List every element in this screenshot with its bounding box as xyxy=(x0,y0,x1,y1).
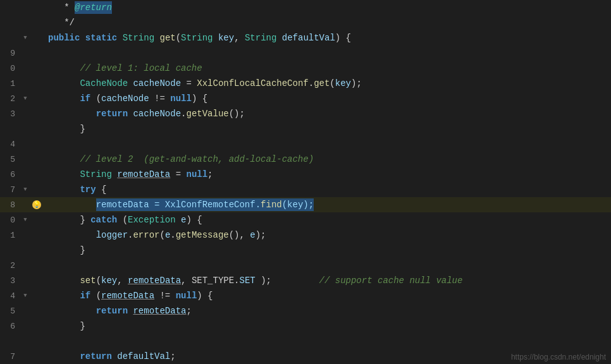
line-number: 5 xyxy=(0,303,20,318)
warning-gutter xyxy=(30,76,43,91)
code-line: 5 // level 2 (get-and-watch, add-local-c… xyxy=(0,152,611,167)
fold-gutter xyxy=(20,334,30,349)
fold-gutter xyxy=(20,15,30,30)
code-line: ▼ public static String get(String key, S… xyxy=(0,30,611,46)
code-line: 6 } xyxy=(0,318,611,334)
selected-method: find xyxy=(261,198,282,211)
warning-gutter xyxy=(30,212,43,228)
line-content: remoteData = XxlConfRemoteConf.find(key)… xyxy=(43,197,611,212)
fold-gutter[interactable]: ▼ xyxy=(20,30,30,46)
warning-gutter xyxy=(30,318,43,334)
fold-gutter xyxy=(20,228,30,243)
line-number: 8 xyxy=(0,197,20,212)
fold-gutter[interactable]: ▼ xyxy=(20,91,30,106)
warning-gutter xyxy=(30,152,43,167)
warning-gutter xyxy=(30,106,43,121)
line-content: * @return xyxy=(43,0,611,15)
fold-gutter xyxy=(20,258,30,273)
code-editor: * @return */ ▼ public static String get(… xyxy=(0,0,611,364)
line-number: 1 xyxy=(0,76,20,91)
warning-gutter xyxy=(30,303,43,318)
warning-gutter xyxy=(30,273,43,288)
fold-gutter xyxy=(20,61,30,76)
fold-gutter xyxy=(20,76,30,91)
code-line: 0 // level 1: local cache xyxy=(0,61,611,76)
line-number: 3 xyxy=(0,106,20,121)
line-number: 3 xyxy=(0,273,20,288)
line-number xyxy=(0,15,20,30)
line-content: String remoteData = null; xyxy=(43,167,611,182)
warning-icon: 💡 xyxy=(32,200,41,209)
fold-gutter[interactable]: ▼ xyxy=(20,288,30,303)
code-line: 5 return remoteData; xyxy=(0,303,611,318)
code-line: * @return xyxy=(0,0,611,15)
code-line: 0 ▼ } catch (Exception e) { xyxy=(0,212,611,228)
fold-gutter xyxy=(20,349,30,364)
warning-gutter xyxy=(30,167,43,182)
warning-gutter xyxy=(30,46,43,61)
code-line: 2 ▼ if (cacheNode != null) { xyxy=(0,91,611,106)
line-number: 7 xyxy=(0,182,20,197)
fold-gutter xyxy=(20,243,30,258)
warning-gutter xyxy=(30,288,43,303)
warning-gutter xyxy=(30,0,43,15)
warning-gutter xyxy=(30,243,43,258)
fold-gutter xyxy=(20,303,30,318)
line-number: 0 xyxy=(0,61,20,76)
line-content: } xyxy=(43,121,611,136)
line-number: 1 xyxy=(0,228,20,243)
watermark: https://blog.csdn.net/ednight xyxy=(511,353,606,361)
line-content: logger.error(e.getMessage(), e); xyxy=(43,228,611,243)
warning-gutter xyxy=(30,136,43,152)
fold-gutter xyxy=(20,167,30,182)
line-number: 2 xyxy=(0,258,20,273)
warning-gutter xyxy=(30,228,43,243)
code-line: 9 xyxy=(0,46,611,61)
line-content xyxy=(43,136,611,152)
line-content: if (cacheNode != null) { xyxy=(43,91,611,106)
warning-gutter xyxy=(30,258,43,273)
warning-gutter xyxy=(30,182,43,197)
line-content: } xyxy=(43,243,611,258)
fold-gutter[interactable]: ▼ xyxy=(20,182,30,197)
line-number xyxy=(0,30,20,46)
line-content: } catch (Exception e) { xyxy=(43,212,611,228)
selected-code: remoteData = XxlConfRemoteConf. xyxy=(96,198,261,211)
line-number xyxy=(0,0,20,15)
code-line: 1 CacheNode cacheNode = XxlConfLocalCach… xyxy=(0,76,611,91)
line-content xyxy=(43,334,611,349)
fold-gutter xyxy=(20,318,30,334)
fold-gutter xyxy=(20,0,30,15)
fold-gutter xyxy=(20,197,30,212)
code-line: 2 xyxy=(0,258,611,273)
annotation: @return xyxy=(75,1,112,14)
fold-gutter xyxy=(20,273,30,288)
line-content: CacheNode cacheNode = XxlConfLocalCacheC… xyxy=(43,76,611,91)
line-content: return cacheNode.getValue(); xyxy=(43,106,611,121)
line-number: 0 xyxy=(0,212,20,228)
code-line: 4 xyxy=(0,136,611,152)
warning-gutter xyxy=(30,61,43,76)
fold-gutter xyxy=(20,152,30,167)
code-line: 4 ▼ if (remoteData != null) { xyxy=(0,288,611,303)
line-content xyxy=(43,258,611,273)
code-line: 1 logger.error(e.getMessage(), e); xyxy=(0,228,611,243)
code-line: } xyxy=(0,243,611,258)
fold-gutter[interactable]: ▼ xyxy=(20,212,30,228)
line-content: return remoteData; xyxy=(43,303,611,318)
warning-gutter xyxy=(30,15,43,30)
code-line: 3 return cacheNode.getValue(); xyxy=(0,106,611,121)
code-area: * @return */ ▼ public static String get(… xyxy=(0,0,611,364)
warning-gutter xyxy=(30,121,43,136)
warning-gutter xyxy=(30,334,43,349)
warning-gutter xyxy=(30,30,43,46)
line-content xyxy=(43,46,611,61)
code-line: 6 String remoteData = null; xyxy=(0,167,611,182)
line-number: 5 xyxy=(0,152,20,167)
line-number: 6 xyxy=(0,167,20,182)
line-number: 4 xyxy=(0,288,20,303)
line-number xyxy=(0,121,20,136)
code-line: */ xyxy=(0,15,611,30)
line-content: public static String get(String key, Str… xyxy=(43,30,611,46)
line-number xyxy=(0,243,20,258)
